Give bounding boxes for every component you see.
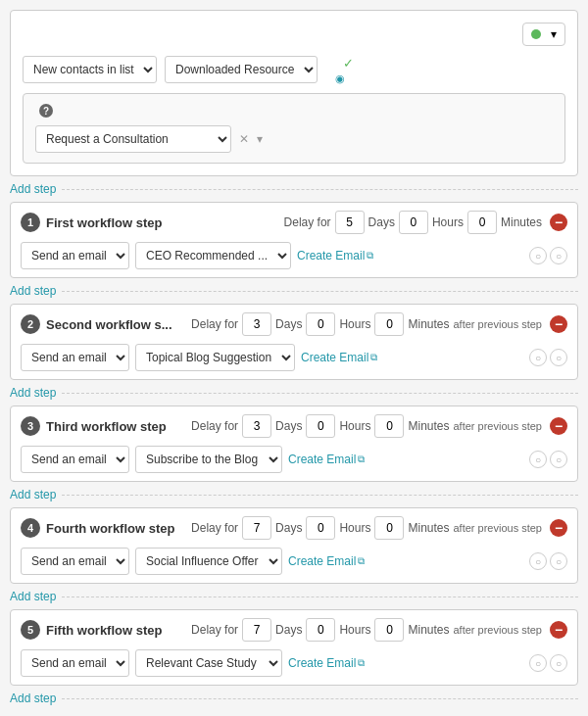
action-type-select-2[interactable]: Send an email xyxy=(21,446,129,473)
delay-days-input-2[interactable] xyxy=(242,414,271,438)
add-step-row-0: Add step xyxy=(10,182,578,196)
add-step-row-3: Add step xyxy=(10,488,578,501)
goal-list-select[interactable]: Request a Consultation xyxy=(35,125,231,153)
step-down-button-2[interactable]: ○ xyxy=(550,451,567,468)
remove-step-button-1[interactable]: − xyxy=(550,315,567,333)
add-step-link-4[interactable]: Add step xyxy=(10,590,56,603)
goal-select-wrapper: Request a Consultation ✕ ▾ xyxy=(35,125,553,153)
delay-hours-input-4[interactable] xyxy=(306,618,335,642)
add-step-link-3[interactable]: Add step xyxy=(10,488,56,501)
days-label-1: Days xyxy=(275,317,302,331)
days-label-0: Days xyxy=(368,215,395,229)
workflow-live-button[interactable]: ▾ xyxy=(522,23,565,46)
enrollment-controls: New contacts in list Downloaded Resource… xyxy=(23,56,565,85)
delay-minutes-input-1[interactable] xyxy=(374,312,404,336)
external-link-icon-2: ⧉ xyxy=(358,453,365,465)
add-step-row-2: Add step xyxy=(10,386,578,400)
delay-hours-input-2[interactable] xyxy=(306,414,335,438)
create-email-link-1[interactable]: Create Email ⧉ xyxy=(301,351,377,364)
final-add-step-row: Add step xyxy=(10,692,578,705)
after-prev-label-4: after previous step xyxy=(454,624,543,636)
action-type-select-3[interactable]: Send an email xyxy=(21,548,129,575)
delay-hours-input-3[interactable] xyxy=(306,516,335,540)
after-prev-label-3: after previous step xyxy=(454,522,543,534)
hours-label-3: Hours xyxy=(339,521,370,535)
goal-clear-button[interactable]: ✕ xyxy=(235,132,253,146)
step-card-0: 1 First workflow step Delay for Days Hou… xyxy=(10,202,578,278)
delay-for-label-1: Delay for xyxy=(191,317,238,331)
step-title-3: Fourth workflow step xyxy=(46,521,191,536)
email-select-0[interactable]: CEO Recommended ... xyxy=(135,242,291,269)
step-card-4: 5 Fifth workflow step Delay for Days Hou… xyxy=(10,609,578,686)
create-email-link-0[interactable]: Create Email ⧉ xyxy=(297,249,373,263)
step-up-button-3[interactable]: ○ xyxy=(529,552,547,570)
delay-days-input-1[interactable] xyxy=(242,312,271,336)
help-icon[interactable]: ? xyxy=(39,104,53,118)
create-email-link-4[interactable]: Create Email ⧉ xyxy=(288,656,365,670)
step-up-button-0[interactable]: ○ xyxy=(529,247,547,264)
delay-minutes-input-4[interactable] xyxy=(374,618,404,642)
step-delay-2: Delay for Days Hours Minutes after previ… xyxy=(191,414,542,438)
goal-dropdown-arrow: ▾ xyxy=(257,132,263,146)
steps-container: Add step 1 First workflow step Delay for… xyxy=(10,182,578,686)
delay-for-label-0: Delay for xyxy=(284,215,331,229)
goal-title: ? xyxy=(35,104,553,118)
add-step-link-1[interactable]: Add step xyxy=(10,284,56,298)
add-step-line-1 xyxy=(62,291,578,292)
step-down-button-3[interactable]: ○ xyxy=(550,552,567,570)
action-type-select-4[interactable]: Send an email xyxy=(21,649,129,677)
delay-minutes-input-3[interactable] xyxy=(374,516,404,540)
email-select-2[interactable]: Subscribe to the Blog xyxy=(135,446,282,473)
delay-days-input-0[interactable] xyxy=(335,211,365,234)
step-header-4: 5 Fifth workflow step Delay for Days Hou… xyxy=(21,618,567,642)
step-up-button-4[interactable]: ○ xyxy=(529,654,547,672)
delay-minutes-input-2[interactable] xyxy=(374,414,404,438)
step-card-3: 4 Fourth workflow step Delay for Days Ho… xyxy=(10,507,578,584)
remove-step-button-4[interactable]: − xyxy=(550,621,567,639)
delay-hours-input-0[interactable] xyxy=(399,211,428,234)
step-card-1: 2 Second workflow s... Delay for Days Ho… xyxy=(10,304,578,380)
remove-step-button-0[interactable]: − xyxy=(550,214,567,231)
list-select[interactable]: Downloaded Resource xyxy=(165,56,318,83)
step-header-2: 3 Third workflow step Delay for Days Hou… xyxy=(21,414,567,438)
add-step-line-3 xyxy=(62,495,578,496)
goal-section: ? Request a Consultation ✕ ▾ xyxy=(23,93,565,164)
step-down-button-4[interactable]: ○ xyxy=(550,654,567,672)
step-up-button-2[interactable]: ○ xyxy=(529,451,547,468)
step-down-button-0[interactable]: ○ xyxy=(550,247,567,264)
add-step-line-4 xyxy=(62,597,578,597)
delay-days-input-3[interactable] xyxy=(242,516,271,540)
external-link-icon-0: ⧉ xyxy=(367,250,373,262)
step-delay-3: Delay for Days Hours Minutes after previ… xyxy=(191,516,542,540)
delay-minutes-input-0[interactable] xyxy=(467,211,497,234)
step-header-0: 1 First workflow step Delay for Days Hou… xyxy=(21,211,567,234)
step-up-button-1[interactable]: ○ xyxy=(529,349,547,366)
delay-for-label-2: Delay for xyxy=(191,419,238,433)
external-link-icon-3: ⧉ xyxy=(358,555,365,567)
enrolled-existing-label: ✓ xyxy=(343,56,358,71)
after-prev-label-2: after previous step xyxy=(454,420,543,432)
add-step-link-0[interactable]: Add step xyxy=(10,182,56,196)
create-email-link-2[interactable]: Create Email ⧉ xyxy=(288,453,365,466)
final-add-step-link[interactable]: Add step xyxy=(10,692,56,705)
delay-days-input-4[interactable] xyxy=(242,618,271,642)
initializing-text: ◉ xyxy=(335,72,358,85)
add-step-link-2[interactable]: Add step xyxy=(10,386,56,400)
remove-step-button-2[interactable]: − xyxy=(550,417,567,435)
minutes-label-1: Minutes xyxy=(408,317,449,331)
remove-step-button-3[interactable]: − xyxy=(550,519,567,537)
email-select-1[interactable]: Topical Blog Suggestion xyxy=(135,344,295,371)
step-down-button-1[interactable]: ○ xyxy=(550,349,567,366)
step-number-0: 1 xyxy=(21,213,40,232)
step-controls-2: Send an email Subscribe to the Blog Crea… xyxy=(21,446,567,473)
step-controls-0: Send an email CEO Recommended ... Create… xyxy=(21,242,567,269)
contact-type-select[interactable]: New contacts in list xyxy=(23,56,157,83)
action-type-select-0[interactable]: Send an email xyxy=(21,242,129,269)
action-type-select-1[interactable]: Send an email xyxy=(21,344,129,371)
email-select-3[interactable]: Social Influence Offer xyxy=(135,548,282,575)
delay-hours-input-1[interactable] xyxy=(306,312,335,336)
email-select-4[interactable]: Relevant Case Study xyxy=(135,649,282,677)
create-email-link-3[interactable]: Create Email ⧉ xyxy=(288,554,365,568)
step-header-3: 4 Fourth workflow step Delay for Days Ho… xyxy=(21,516,567,540)
hours-label-4: Hours xyxy=(339,623,370,637)
